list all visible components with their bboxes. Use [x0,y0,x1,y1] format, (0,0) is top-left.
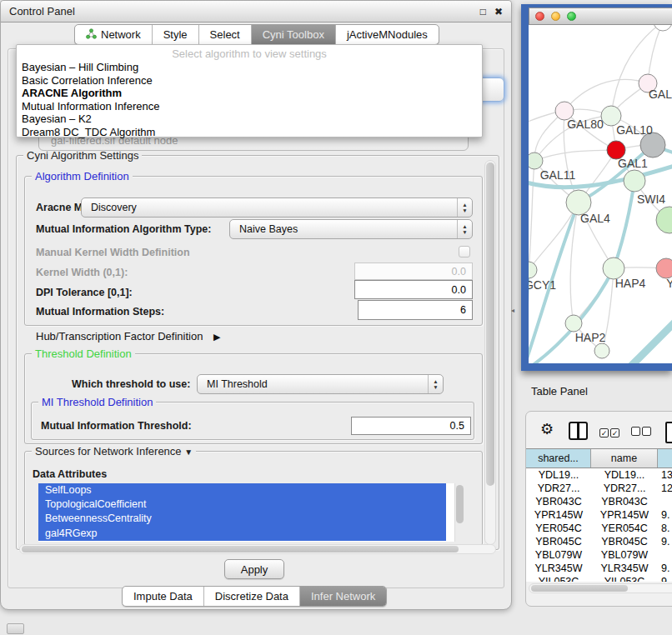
table-cell: 9. [658,562,672,574]
unchecked-pair-icon[interactable] [631,424,653,439]
table-panel: ⚙✓✓ shared...name YDL19...YDL19...13YDR2… [525,411,672,607]
tab-style[interactable]: Style [152,25,198,44]
table-row[interactable]: YPR145WYPR145W9. [526,508,672,522]
mi-type-combo[interactable]: Naive Bayes ▲▼ [229,219,473,239]
table-row[interactable]: YLR345WYLR345W9. [526,562,672,575]
network-node[interactable] [529,152,543,169]
settings-scrollbar[interactable] [484,160,496,545]
network-window-titlebar[interactable] [529,8,672,25]
kernel-width-value: 0.0 [452,266,466,278]
table-hscrollbar-thumb[interactable] [531,585,628,592]
hub-definition-expander[interactable]: Hub/Transcription Factor Definition ▶ [36,330,220,342]
table-cell: YBR045C [526,536,591,548]
tab-cyni-toolbox[interactable]: Cyni Toolbox [251,25,335,44]
stepper-arrows-icon: ▲▼ [457,198,472,217]
dropdown-item-mutual-information-inference[interactable]: Mutual Information Inference [17,100,482,113]
cyni-bottom-tabbar: Impute DataDiscretize DataInfer Network [122,586,387,607]
settings-scrollbar-thumb[interactable] [486,162,494,486]
attribute-item-topologicalcoefficient[interactable]: TopologicalCoefficient [38,498,446,512]
node-label-gal10: GAL10 [616,123,653,137]
stepper-arrows-icon: ▲▼ [428,375,443,393]
node-label-gal80: GAL80 [567,118,604,131]
split-columns-icon[interactable] [569,422,588,440]
network-edge [614,181,634,268]
table-cell: YLR345W [526,562,591,574]
mi-steps-value: 6 [460,304,466,316]
table-cell: 9 [658,576,672,582]
aracne-mode-combo[interactable]: Discovery ▲▼ [81,198,473,218]
table-cell: YBR045C [591,536,658,548]
attribute-item-selfloops[interactable]: SelfLoops [38,483,446,498]
table-row[interactable]: YDL19...YDL19...13 [526,468,672,482]
table-header-row: shared...name [526,448,672,468]
dpi-tolerance-field[interactable]: 0.0 [354,280,473,299]
table-row[interactable]: YDR27...YDR27...12 [526,482,672,495]
network-node[interactable] [529,262,537,278]
table-row[interactable]: YBL079WYBL079W [526,548,672,562]
sources-title[interactable]: Sources for Network Inference ▼ [32,445,196,458]
table-cell: YPR145W [591,509,658,521]
node-label-hap4: HAP4 [615,277,646,290]
mi-threshold-definition-title: MI Threshold Definition [38,396,156,408]
mi-threshold-field[interactable]: 0.5 [351,417,471,435]
network-node[interactable] [565,315,582,332]
gear-icon[interactable]: ⚙ [540,422,554,437]
table-row[interactable]: YER054CYER054C8. [526,522,672,535]
table-hscrollbar[interactable] [529,583,672,593]
network-canvas[interactable]: GALGAL80GAL10GAL1GAL11SWI4GAL4GCY1HAP4YH… [529,25,672,363]
table-row[interactable]: YIL053CYIL053C9 [526,575,672,582]
attribute-list-scrollbar[interactable] [454,483,465,542]
tab-select[interactable]: Select [198,25,251,44]
tab-label: Cyni Toolbox [263,28,324,41]
minimize-window-icon[interactable] [551,12,560,21]
collapsed-panel-grip[interactable] [7,623,24,634]
close-panel-icon[interactable]: ✖ [494,7,503,17]
dropdown-item-dream8-dc-tdc-algorithm[interactable]: Dream8 DC_TDC Algorithm [17,126,482,139]
attribute-item-betweennesscentrality[interactable]: BetweennessCentrality [38,512,446,526]
close-window-icon[interactable] [535,12,544,21]
column-header-extra[interactable] [658,449,672,468]
table-row[interactable]: YBR045CYBR045C9. [526,535,672,548]
table-cell: 13 [658,469,672,481]
mi-type-label: Mutual Information Algorithm Type: [36,223,211,235]
tab-label: Network [101,28,141,41]
tab-infer-network[interactable]: Infer Network [299,587,386,606]
which-threshold-value: MI Threshold [207,378,268,390]
node-label-gcy1: GCY1 [529,278,556,292]
column-header-name[interactable]: name [591,449,658,468]
zoom-window-icon[interactable] [567,12,576,21]
network-node[interactable] [654,25,672,31]
settings-hscrollbar-thumb[interactable] [22,546,459,552]
network-edge [534,150,616,161]
attribute-list-scrollbar-thumb[interactable] [456,485,464,523]
tab-label: Style [163,28,188,41]
tab-network[interactable]: Network [75,25,152,44]
manual-kernel-checkbox [459,246,470,258]
tab-jactivemnodules[interactable]: jActiveMNodules [335,25,439,44]
dropdown-item-basic-correlation-inference[interactable]: Basic Correlation Inference [17,74,482,88]
table-cell: YDR27... [526,482,591,494]
column-header-shared[interactable]: shared... [526,449,591,468]
dropdown-item-bayesian-hill-climbing[interactable]: Bayesian – Hill Climbing [17,61,482,74]
attribute-item-gal4rgexp[interactable]: gal4RGexp [38,527,446,541]
mi-steps-field[interactable]: 6 [358,300,473,320]
table-cell: 9. [658,509,672,521]
node-label-gal4: GAL4 [580,212,610,225]
tab-discretize-data[interactable]: Discretize Data [203,587,299,606]
table-cell: YPR145W [526,509,591,521]
network-node[interactable] [594,343,609,358]
which-threshold-combo[interactable]: MI Threshold ▲▼ [197,374,444,394]
float-window-icon[interactable]: □ [480,7,486,17]
tab-impute-data[interactable]: Impute Data [123,587,203,606]
settings-hscrollbar[interactable] [19,544,496,554]
panel-splitter-handle[interactable]: ◂ [511,307,514,314]
dropdown-item-aracne-algorithm[interactable]: ARACNE Algorithm [17,87,482,100]
apply-button[interactable]: Apply [224,559,284,579]
table-row[interactable]: YBR043CYBR043C [526,495,672,508]
control-panel-titlebar: Control Panel □ ✖ [1,1,511,22]
file-icon[interactable] [665,422,672,443]
checked-pair-icon[interactable]: ✓✓ [599,424,621,439]
network-node[interactable] [656,258,672,278]
dropdown-item-bayesian-k2[interactable]: Bayesian – K2 [17,112,482,126]
network-node[interactable] [624,170,645,192]
